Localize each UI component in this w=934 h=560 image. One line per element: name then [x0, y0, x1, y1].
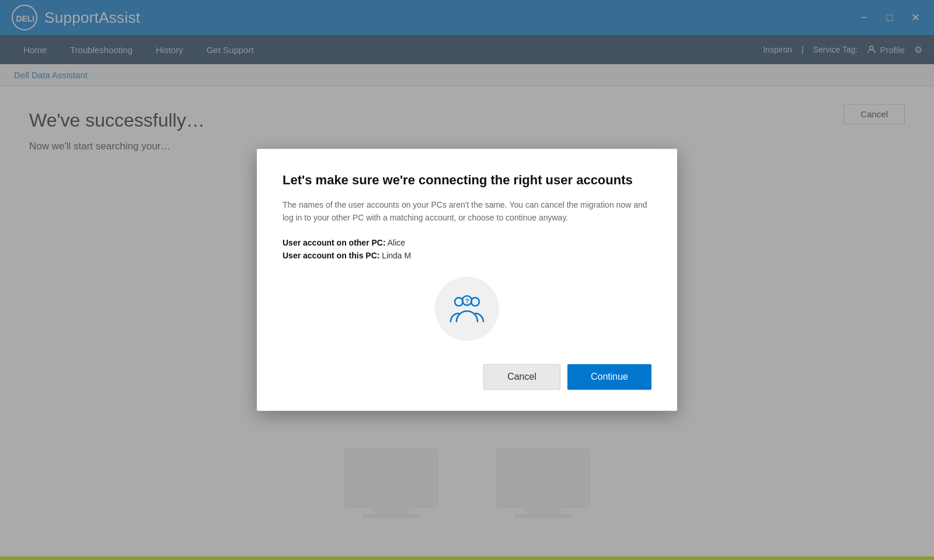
svg-point-8 — [455, 298, 463, 306]
user-this-pc-line: User account on this PC: Linda M — [283, 251, 651, 261]
user-other-pc-label: User account on other PC: — [283, 239, 386, 248]
modal-description: The names of the user accounts on your P… — [283, 198, 651, 225]
svg-text:?: ? — [465, 298, 469, 305]
user-other-pc-line: User account on other PC: Alice — [283, 239, 651, 248]
modal-icon-area: ? — [283, 277, 651, 341]
modal-user-info: User account on other PC: Alice User acc… — [283, 239, 651, 261]
modal-buttons: Cancel Continue — [283, 365, 651, 390]
modal-title: Let's make sure we're connecting the rig… — [283, 172, 651, 189]
modal-cancel-button[interactable]: Cancel — [483, 365, 560, 390]
modal-continue-button[interactable]: Continue — [567, 365, 651, 390]
user-other-pc-value: Alice — [388, 239, 405, 248]
user-this-pc-label: User account on this PC: — [283, 251, 379, 261]
modal-dialog: Let's make sure we're connecting the rig… — [257, 149, 677, 411]
users-icon: ? — [448, 293, 486, 326]
svg-point-9 — [471, 298, 479, 306]
user-this-pc-value: Linda M — [382, 251, 411, 261]
users-icon-circle: ? — [435, 277, 499, 341]
